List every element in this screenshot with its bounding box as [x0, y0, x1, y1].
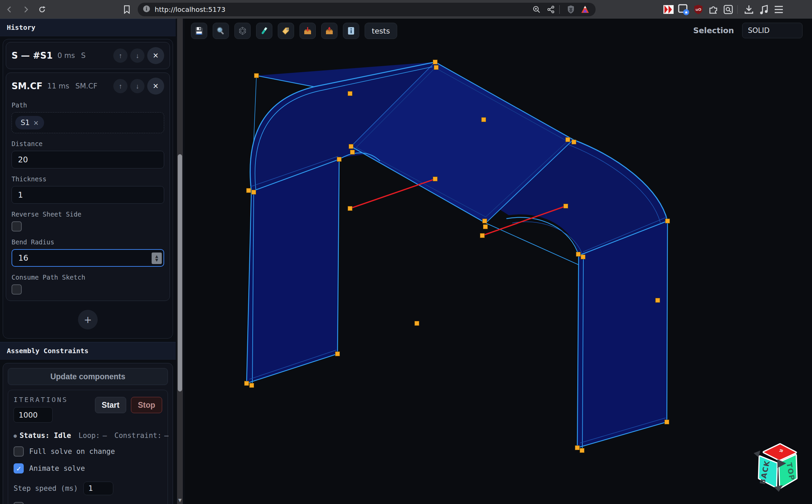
path-chip-container[interactable]: S1 ×: [12, 112, 164, 133]
move-up-button[interactable]: ↑: [113, 79, 128, 93]
tests-button[interactable]: tests: [365, 23, 397, 39]
app-screen: http://localhost:5173 ★ uO: [0, 0, 812, 504]
update-components-button[interactable]: Update components: [8, 368, 168, 385]
info-button[interactable]: [343, 23, 359, 39]
thickness-input[interactable]: [12, 186, 164, 204]
status-dot: ●: [14, 432, 17, 439]
import-tray-icon: [303, 26, 312, 36]
path-chip[interactable]: S1 ×: [15, 116, 44, 129]
move-down-button[interactable]: ↓: [130, 79, 144, 93]
pause-between-loops-checkbox[interactable]: [14, 502, 24, 504]
web-button[interactable]: [234, 23, 251, 39]
feature-duration: 0 ms: [57, 52, 75, 60]
window-star-extension-icon[interactable]: ★: [677, 3, 690, 16]
puzzle-extensions-icon[interactable]: [707, 3, 720, 16]
reload-icon[interactable]: [35, 3, 49, 16]
distance-label: Distance: [12, 140, 164, 147]
brave-shield-icon[interactable]: [565, 4, 577, 15]
solver-card: ITERATIONS Start Stop ● Status: Idle Loo…: [8, 390, 168, 504]
status-label: Status:: [20, 431, 50, 440]
history-item-s1[interactable]: S — #S1 0 ms S ↑ ↓ ×: [6, 42, 170, 69]
search-button[interactable]: [213, 23, 229, 39]
feature-type: S: [81, 52, 85, 60]
tag-icon: [281, 26, 291, 36]
add-feature-button[interactable]: +: [78, 310, 98, 329]
model-canvas[interactable]: [185, 19, 812, 504]
music-icon[interactable]: [757, 3, 770, 16]
browser-chrome: http://localhost:5173 ★ uO: [0, 0, 812, 19]
remove-chip-icon[interactable]: ×: [33, 119, 39, 127]
scrollbar-thumb[interactable]: [178, 154, 182, 391]
svg-text:★: ★: [684, 10, 688, 15]
move-down-button[interactable]: ↓: [130, 48, 144, 63]
full-solve-row: Full solve on change: [14, 446, 162, 457]
move-up-button[interactable]: ↑: [113, 48, 128, 63]
reverse-sheet-side-label: Reverse Sheet Side: [12, 210, 164, 218]
full-solve-label: Full solve on change: [29, 447, 115, 456]
pause-between-loops-row: Pause between loops: [14, 502, 162, 504]
viewport-toolbar: tests: [191, 23, 397, 39]
stop-button[interactable]: Stop: [131, 397, 162, 413]
divider: [737, 5, 738, 14]
red-chevrons-extension-icon[interactable]: [662, 3, 675, 16]
full-solve-checkbox[interactable]: [14, 446, 24, 457]
export-tray-icon: [325, 26, 334, 36]
selection-mode-select[interactable]: SOLID: [742, 23, 803, 38]
back-icon[interactable]: [3, 3, 16, 16]
status-value: Idle: [54, 431, 71, 440]
save-button[interactable]: [191, 23, 207, 39]
loop-value: —: [103, 431, 107, 440]
thickness-label: Thickness: [12, 175, 164, 183]
share-icon[interactable]: [545, 4, 557, 15]
constraint-value: —: [164, 431, 169, 440]
feature-duration: 11 ms: [47, 82, 69, 90]
info-icon: [346, 26, 356, 36]
step-speed-input[interactable]: [83, 482, 113, 495]
import-button[interactable]: [299, 23, 316, 39]
url-text[interactable]: http://localhost:5173: [155, 5, 528, 14]
scrollbar-down-arrow[interactable]: ▼: [177, 498, 183, 503]
magnifier-icon: [216, 26, 226, 36]
search-page-extension-icon[interactable]: [722, 3, 735, 16]
bend-radius-input[interactable]: [12, 249, 164, 267]
zoom-icon[interactable]: [531, 4, 542, 15]
viewport-3d[interactable]: tests Selection SOLID RIGHT BACK TOP: [185, 19, 812, 504]
feature-type: SM.CF: [75, 82, 97, 90]
sheet-right-leg-face[interactable]: [577, 221, 668, 448]
selection-area: Selection SOLID: [693, 23, 803, 38]
url-bar[interactable]: http://localhost:5173: [138, 3, 596, 16]
animate-solve-row: Animate solve: [14, 463, 162, 473]
download-icon[interactable]: [742, 3, 755, 16]
brave-rewards-icon[interactable]: [579, 4, 591, 15]
start-button[interactable]: Start: [95, 397, 126, 413]
history-item-smcf[interactable]: SM.CF 11 ms SM.CF ↑ ↓ × Path S1 ×: [6, 73, 170, 301]
tag-button[interactable]: [278, 23, 294, 39]
number-stepper[interactable]: ▲▼: [152, 253, 162, 264]
path-chip-label: S1: [21, 119, 30, 127]
sheet-left-leg-face[interactable]: [247, 159, 339, 383]
menu-icon[interactable]: [772, 3, 785, 16]
loop-label: Loop:: [78, 431, 100, 440]
assembly-panel-header: Assembly Constraints: [0, 342, 176, 360]
iterations-input[interactable]: [14, 407, 53, 423]
bookmark-icon[interactable]: [120, 3, 134, 16]
export-button[interactable]: [321, 23, 337, 39]
forward-icon[interactable]: [19, 3, 33, 16]
test-tube-button[interactable]: [256, 23, 272, 39]
feature-title: S — #S1: [12, 51, 53, 61]
reverse-sheet-side-checkbox[interactable]: [12, 221, 22, 231]
history-panel: S — #S1 0 ms S ↑ ↓ × SM.CF 11 ms SM.CF: [3, 39, 173, 339]
solver-status-row: ● Status: Idle Loop: — Constraint: —: [14, 431, 162, 440]
delete-feature-button[interactable]: ×: [147, 47, 164, 64]
view-cube[interactable]: RIGHT BACK TOP: [750, 440, 805, 495]
delete-feature-button[interactable]: ×: [147, 78, 164, 95]
consume-path-sketch-checkbox[interactable]: [12, 284, 22, 295]
ublock-extension-icon[interactable]: uO: [692, 3, 705, 16]
sidebar: History S — #S1 0 ms S ↑ ↓ × SM.C: [0, 19, 176, 504]
sidebar-scrollbar[interactable]: ▼: [176, 19, 185, 504]
animate-solve-checkbox[interactable]: [14, 463, 24, 473]
distance-input[interactable]: [12, 151, 164, 168]
test-tube-icon: [259, 26, 269, 36]
divider: [559, 5, 560, 14]
site-info-icon[interactable]: [142, 5, 151, 14]
